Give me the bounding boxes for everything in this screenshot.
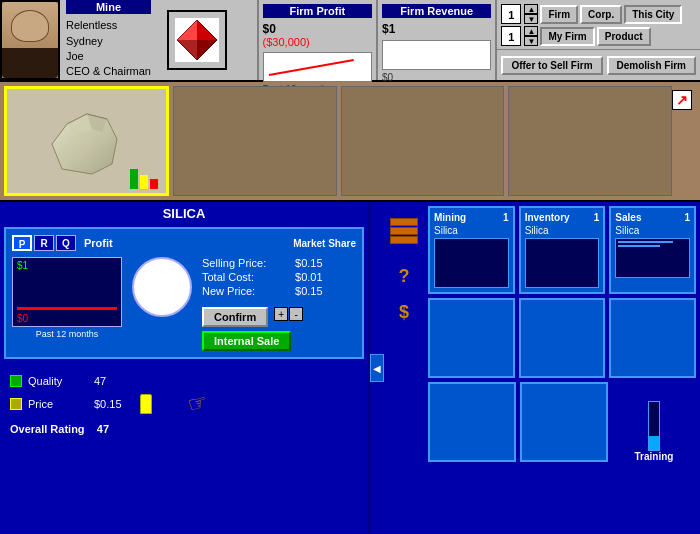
silica-content-row: $1 $0 Past 12 months Selling Price: $0.1… [12, 257, 356, 351]
new-price-label: New Price: [202, 285, 292, 297]
sales-title: Sales 1 [615, 212, 690, 223]
inventory-content [525, 238, 600, 288]
btn-this-city[interactable]: This City [624, 5, 682, 24]
module-sales: Sales 1 Silica [609, 206, 696, 294]
overall-rating-row: Overall Rating 47 [10, 423, 358, 435]
bottom-row: Training [428, 382, 696, 462]
sales-line-2 [618, 245, 659, 247]
profile-title: CEO & Chairman [66, 64, 151, 79]
overall-val: 47 [97, 423, 109, 435]
total-cost-label: Total Cost: [202, 271, 292, 283]
btn-firm[interactable]: Firm [540, 5, 578, 24]
avatar [0, 0, 60, 80]
main-content: SILICA P R Q Profit Market Share $1 $0 [0, 202, 700, 534]
module-empty-5 [520, 382, 608, 462]
new-price-val: $0.15 [295, 285, 323, 297]
silica-info-box: P R Q Profit Market Share $1 $0 Past 12 … [4, 227, 364, 359]
total-cost-row: Total Cost: $0.01 [202, 271, 356, 283]
side-icons: ? $ [388, 206, 424, 462]
profile-details: Relentless Sydney Joe CEO & Chairman [66, 18, 151, 80]
nav-arrow-left[interactable]: ◀ [370, 354, 384, 382]
left-panel: SILICA P R Q Profit Market Share $1 $0 [0, 202, 370, 534]
tab-q[interactable]: Q [56, 235, 76, 251]
plus-btn[interactable]: + [274, 307, 288, 321]
module-empty-2 [519, 298, 606, 378]
profit-chart-box: $1 $0 Past 12 months [12, 257, 122, 351]
trend-icon: ↗ [672, 90, 692, 110]
stack-icon [388, 206, 420, 256]
sales-content [615, 238, 690, 278]
spinner1-up[interactable]: ▲ [524, 4, 538, 14]
bar-green [130, 169, 138, 189]
chart-bar [17, 307, 117, 310]
price-icon [10, 398, 22, 410]
spinner2-buttons: ▲ ▼ [524, 26, 538, 46]
profile-info: Mine Relentless Sydney Joe CEO & Chairma… [60, 0, 157, 80]
firm-profit-value: $0 [263, 22, 372, 36]
chart-low: $0 [17, 313, 28, 324]
firm-revenue-title: Firm Revenue [382, 4, 491, 18]
prq-tabs: P R Q Profit Market Share [12, 235, 356, 251]
bar-chart-small [130, 159, 158, 189]
quality-val: 47 [94, 375, 134, 387]
right-panel: ? $ Mining 1 Silica Inventory [384, 202, 700, 534]
training-fill [649, 436, 659, 450]
price-bottle [140, 394, 152, 414]
question-icon[interactable]: ? [388, 260, 420, 292]
btn-product[interactable]: Product [597, 27, 651, 46]
btn-demolish[interactable]: Demolish Firm [607, 56, 696, 75]
module-inventory: Inventory 1 Silica [519, 206, 606, 294]
minus-btn[interactable]: - [289, 307, 303, 321]
spinner2-value: 1 [501, 26, 521, 46]
bar-yellow [140, 175, 148, 189]
right-top: ? $ Mining 1 Silica Inventory [388, 206, 696, 462]
firm-revenue-zero: $0 [382, 72, 491, 83]
new-price-row: New Price: $0.15 [202, 285, 356, 297]
selling-price-row: Selling Price: $0.15 [202, 257, 356, 269]
product-area: ↗ [0, 82, 700, 202]
btn-internal-sale[interactable]: Internal Sale [202, 331, 291, 351]
btn-confirm[interactable]: Confirm [202, 307, 268, 327]
profit-header: Profit [84, 237, 113, 249]
quality-label: Quality [28, 375, 88, 387]
spinner1-down[interactable]: ▼ [524, 14, 538, 24]
controls-bottom: Offer to Sell Firm Demolish Firm [497, 50, 700, 80]
profile-city: Sydney [66, 34, 151, 49]
firm-revenue-value: $1 [382, 22, 491, 36]
company-logo [167, 10, 227, 70]
dollar-icon[interactable]: $ [388, 296, 420, 328]
btn-my-firm[interactable]: My Firm [540, 27, 594, 46]
pie-chart [132, 257, 192, 317]
spinner1-value: 1 [501, 4, 521, 24]
selling-info: Selling Price: $0.15 Total Cost: $0.01 N… [202, 257, 356, 351]
firm-revenue-section: Firm Revenue $1 $0 Past 12 months [378, 0, 497, 80]
price-label: Price [28, 398, 88, 410]
training-label: Training [635, 451, 674, 462]
controls-top: 1 ▲ ▼ Firm Corp. This City 1 ▲ ▼ My Firm [497, 0, 700, 50]
bar-red [150, 179, 158, 189]
quality-icon [10, 375, 22, 387]
price-row: Price $0.15 ☞ [10, 391, 358, 417]
mining-title: Mining 1 [434, 212, 509, 223]
tab-p[interactable]: P [12, 235, 32, 251]
inventory-sub: Silica [525, 225, 600, 236]
total-cost-val: $0.01 [295, 271, 323, 283]
selling-price-val: $0.15 [295, 257, 323, 269]
hand-cursor-icon: ☞ [185, 389, 211, 419]
firm-profit-title: Firm Profit [263, 4, 372, 18]
silica-title: SILICA [4, 206, 364, 221]
market-share-box [132, 257, 192, 351]
spinner2-up[interactable]: ▲ [524, 26, 538, 36]
mine-label: Mine [66, 0, 151, 14]
btn-corp[interactable]: Corp. [580, 5, 622, 24]
price-val: $0.15 [94, 398, 134, 410]
sales-sub: Silica [615, 225, 690, 236]
btn-offer-sell[interactable]: Offer to Sell Firm [501, 56, 602, 75]
training-module: Training [612, 401, 696, 462]
tab-r[interactable]: R [34, 235, 54, 251]
profile-section: Mine Relentless Sydney Joe CEO & Chairma… [0, 0, 259, 80]
spinner2-down[interactable]: ▼ [524, 36, 538, 46]
firm-profit-negative: ($30,000) [263, 36, 372, 48]
chart-period: Past 12 months [12, 329, 122, 339]
module-empty-4 [428, 382, 516, 462]
